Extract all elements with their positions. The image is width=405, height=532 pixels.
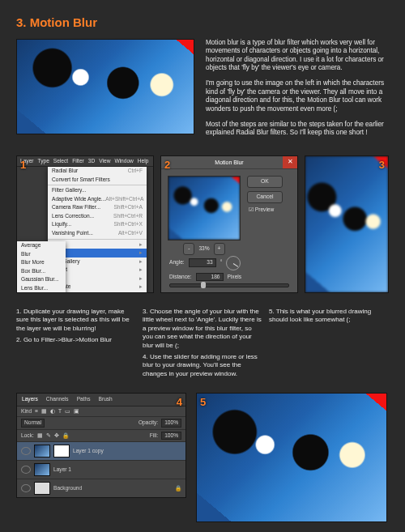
opacity-input[interactable]: 100% bbox=[161, 419, 181, 428]
distance-slider[interactable] bbox=[169, 283, 289, 287]
angle-wheel[interactable] bbox=[226, 256, 241, 270]
menu-item[interactable]: Lens Correction...Shift+Ctrl+R bbox=[48, 212, 147, 221]
menu-item[interactable]: Liquify...Shift+Ctrl+X bbox=[48, 220, 147, 229]
step-number-5: 5 bbox=[200, 396, 206, 410]
lock-pixels-icon[interactable]: ▦ bbox=[37, 432, 43, 440]
submenu-item[interactable]: Blur More bbox=[17, 258, 66, 267]
filter-shape-icon[interactable]: ▭ bbox=[65, 408, 70, 415]
caption-2: 2. Go to Filter->Blur->Motion Blur bbox=[16, 336, 136, 344]
menubar-item[interactable]: Help bbox=[138, 158, 149, 164]
dialog-titlebar[interactable]: Motion Blur ✕ bbox=[161, 156, 297, 169]
filter-adjust-icon[interactable]: ◐ bbox=[50, 408, 55, 415]
step-number-2: 2 bbox=[164, 159, 170, 172]
submenu-item[interactable]: Motion Blur... bbox=[17, 292, 66, 293]
visibility-icon[interactable] bbox=[21, 466, 31, 474]
angle-input[interactable]: 33 bbox=[189, 258, 216, 267]
angle-label: Angle: bbox=[169, 259, 185, 266]
page-title: 3. Motion Blur bbox=[16, 15, 389, 31]
caption-3: 3. Choose the angle of your blur with th… bbox=[143, 308, 262, 350]
menu-item[interactable]: Vanishing Point...Alt+Ctrl+V bbox=[48, 229, 147, 238]
panel-tabs[interactable]: Layers Channels Paths Brush bbox=[17, 394, 185, 406]
caption-4: 4. Use the slider for adding more or les… bbox=[143, 353, 262, 378]
fill-input[interactable]: 100% bbox=[161, 432, 181, 440]
menubar-item[interactable]: Select bbox=[53, 158, 68, 164]
step-number-4: 4 bbox=[177, 396, 182, 410]
step-5-panel: 5 bbox=[196, 393, 387, 522]
menubar-item[interactable]: 3D bbox=[88, 158, 95, 164]
distance-label: Distance: bbox=[169, 274, 192, 281]
zoom-pct: 33% bbox=[198, 245, 209, 253]
menubar-item[interactable]: Window bbox=[114, 158, 133, 164]
layer-row-copy[interactable]: Layer 1 copy bbox=[17, 442, 185, 461]
menu-item[interactable]: Filter Gallery... bbox=[48, 186, 147, 195]
step-number-1: 1 bbox=[20, 159, 26, 172]
cancel-button[interactable]: Cancel bbox=[247, 191, 283, 203]
blur-submenu[interactable]: AverageBlurBlur MoreBox Blur...Gaussian … bbox=[17, 241, 66, 293]
distance-input[interactable]: 186 bbox=[196, 273, 224, 282]
caption-1: 1. Duplicate your drawing layer, make su… bbox=[16, 308, 136, 333]
menubar-item[interactable]: Filter bbox=[72, 158, 84, 164]
visibility-icon[interactable] bbox=[21, 447, 31, 455]
submenu-item[interactable]: Box Blur... bbox=[17, 267, 66, 276]
caption-5: 5. This is what your blurred drawing sho… bbox=[269, 308, 389, 325]
ps-menubar[interactable]: LayerTypeSelectFilter3DViewWindowHelp bbox=[17, 156, 153, 167]
lock-paint-icon[interactable]: ✎ bbox=[46, 432, 51, 440]
menu-item[interactable]: Convert for Smart Filters bbox=[48, 176, 147, 185]
menu-item[interactable]: Radial BlurCtrl+F bbox=[48, 167, 147, 176]
lock-icon: 🔒 bbox=[175, 485, 181, 492]
lock-all-icon[interactable]: 🔒 bbox=[62, 432, 69, 440]
submenu-item[interactable]: Lens Blur... bbox=[17, 284, 66, 293]
motion-blur-dialog: Motion Blur ✕ - 33% + OK Cancel bbox=[161, 156, 297, 292]
layer-mask-thumb[interactable] bbox=[53, 445, 70, 458]
step-2-panel: 2 Motion Blur ✕ - 33% + bbox=[160, 155, 298, 293]
ok-button[interactable]: OK bbox=[247, 176, 283, 188]
intro-text: Motion blur is a type of blur filter whi… bbox=[206, 39, 389, 145]
blend-mode-select[interactable]: Normal bbox=[21, 419, 45, 428]
hero-art bbox=[16, 39, 194, 134]
step-4-panel: 4 Layers Channels Paths Brush Kind≡ ▦ ◐ … bbox=[16, 393, 186, 498]
layers-panel[interactable]: Layers Channels Paths Brush Kind≡ ▦ ◐ T … bbox=[17, 394, 185, 497]
visibility-icon[interactable] bbox=[21, 484, 31, 492]
submenu-item[interactable]: Gaussian Blur... bbox=[17, 275, 66, 284]
layer-row-1[interactable]: Layer 1 bbox=[17, 461, 185, 479]
step-3-panel: 3 bbox=[305, 155, 389, 293]
layer-row-background[interactable]: Background 🔒 bbox=[17, 479, 185, 498]
menubar-item[interactable]: View bbox=[99, 158, 110, 164]
menu-item[interactable]: Camera Raw Filter...Shift+Ctrl+A bbox=[48, 203, 147, 212]
close-icon[interactable]: ✕ bbox=[283, 156, 297, 168]
step-1-panel: 1 LayerTypeSelectFilter3DViewWindowHelp … bbox=[16, 155, 154, 293]
filter-pixel-icon[interactable]: ▦ bbox=[41, 408, 47, 415]
preview-checkbox[interactable]: ☑ Preview bbox=[247, 206, 283, 214]
submenu-item[interactable]: Average bbox=[17, 241, 66, 250]
step-number-3: 3 bbox=[379, 159, 385, 172]
filter-type-icon[interactable]: T bbox=[58, 408, 62, 415]
menubar-item[interactable]: Type bbox=[38, 158, 49, 164]
dialog-preview bbox=[168, 176, 241, 240]
filter-smart-icon[interactable]: ▣ bbox=[74, 408, 79, 415]
submenu-item[interactable]: Blur bbox=[17, 250, 66, 259]
lock-move-icon[interactable]: ✥ bbox=[54, 432, 59, 440]
menu-item[interactable]: Adaptive Wide Angle...Alt+Shift+Ctrl+A bbox=[48, 195, 147, 204]
